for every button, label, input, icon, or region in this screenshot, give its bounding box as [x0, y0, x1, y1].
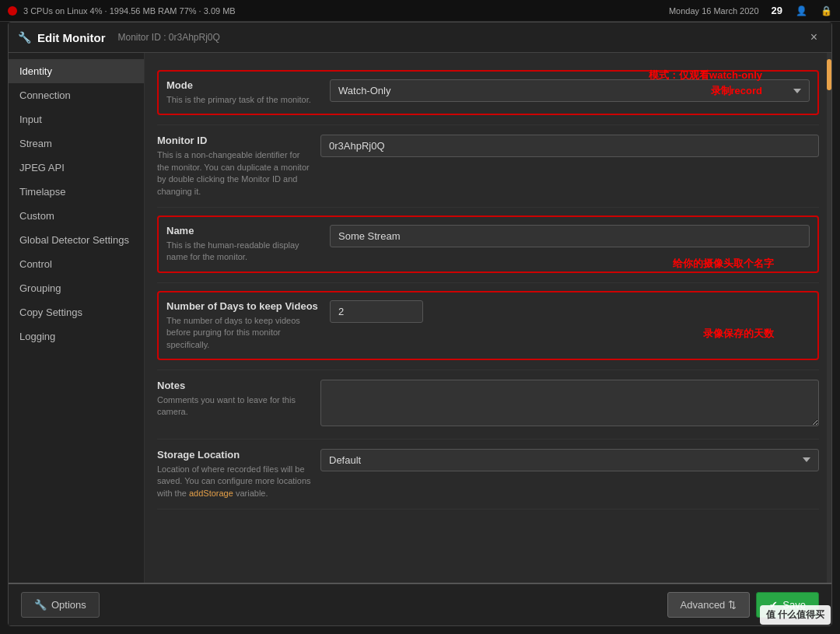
lock-icon: 🔒	[820, 5, 832, 17]
sidebar-item-global-detector[interactable]: Global Detector Settings	[9, 228, 144, 252]
name-input[interactable]	[330, 225, 810, 247]
sidebar-item-connection[interactable]: Connection	[9, 83, 144, 107]
storage-desc: Location of where recorded files will be…	[157, 464, 311, 499]
system-bar-right: Monday 16 March 2020 29 👤 🔒	[669, 5, 832, 17]
red-dot-icon	[8, 6, 17, 16]
monitor-id-input-col	[320, 135, 819, 157]
system-clock: 29	[772, 5, 782, 16]
scrollbar-thumb[interactable]	[827, 59, 831, 90]
modal-title: Edit Monitor	[37, 31, 105, 44]
mode-row: Mode This is the primary task of the mon…	[157, 62, 819, 125]
name-label-col: Name This is the human-readable display …	[166, 225, 330, 264]
days-input-col	[330, 300, 810, 323]
sidebar-item-custom[interactable]: Custom	[9, 204, 144, 228]
system-stats: 3 CPUs on Linux 4% · 1994.56 MB RAM 77% …	[23, 6, 236, 16]
name-desc: This is the human-readable display name …	[166, 240, 320, 264]
monitor-id-row: Monitor ID This is a non-changeable iden…	[157, 125, 819, 208]
storage-label: Storage Location	[157, 449, 311, 461]
modal-body: Identity Connection Input Stream JPEG AP…	[9, 53, 831, 583]
add-storage-link[interactable]: addStorage	[189, 489, 233, 498]
storage-input-col: Default	[320, 449, 819, 471]
sidebar-item-timelapse[interactable]: Timelapse	[9, 180, 144, 204]
wrench-icon: 🔧	[18, 31, 31, 44]
user-icon: 👤	[795, 5, 807, 17]
days-highlighted: Number of Days to keep Videos The number…	[157, 291, 819, 360]
monitor-id-label: Monitor ID	[157, 135, 311, 146]
modal-footer: 🔧 Options Advanced ⇅ ✔ Save	[9, 583, 831, 625]
sidebar-item-jpeg-api[interactable]: JPEG API	[9, 156, 144, 180]
notes-textarea[interactable]	[320, 380, 819, 426]
days-desc: The number of days to keep videos before…	[166, 315, 320, 351]
sidebar: Identity Connection Input Stream JPEG AP…	[9, 53, 145, 583]
storage-row: Storage Location Location of where recor…	[157, 440, 819, 510]
days-row: Number of Days to keep Videos The number…	[157, 283, 819, 370]
notes-row: Notes Comments you want to leave for thi…	[157, 370, 819, 440]
sidebar-item-stream[interactable]: Stream	[9, 131, 144, 156]
name-label: Name	[166, 225, 320, 236]
days-label: Number of Days to keep Videos	[166, 300, 320, 312]
name-highlighted: Name This is the human-readable display …	[157, 215, 819, 273]
notes-label-col: Notes Comments you want to leave for thi…	[157, 380, 320, 419]
mode-select[interactable]: Watch-Only Record Inactive	[330, 79, 810, 102]
system-date: Monday 16 March 2020	[669, 6, 759, 16]
system-bar: 3 CPUs on Linux 4% · 1994.56 MB RAM 77% …	[0, 0, 840, 22]
mode-desc: This is the primary task of the monitor.	[166, 94, 320, 106]
sidebar-item-identity[interactable]: Identity	[9, 59, 144, 83]
sidebar-item-control[interactable]: Control	[9, 252, 144, 276]
monitor-id-input[interactable]	[320, 135, 819, 157]
notes-input-col	[320, 380, 819, 429]
sidebar-item-copy-settings[interactable]: Copy Settings	[9, 300, 144, 324]
edit-monitor-modal: 🔧 Edit Monitor Monitor ID : 0r3AhpRj0Q ×…	[8, 22, 832, 626]
sidebar-item-logging[interactable]: Logging	[9, 324, 144, 349]
watermark: 值 什么值得买	[760, 605, 831, 625]
days-label-col: Number of Days to keep Videos The number…	[166, 300, 330, 351]
mode-label-col: Mode This is the primary task of the mon…	[166, 79, 330, 106]
storage-select[interactable]: Default	[320, 449, 819, 471]
modal-monitor-id: Monitor ID : 0r3AhpRj0Q	[117, 32, 219, 43]
advanced-button[interactable]: Advanced ⇅	[667, 592, 751, 618]
name-row: Name This is the human-readable display …	[157, 208, 819, 283]
name-input-col	[330, 225, 810, 247]
mode-highlighted: Mode This is the primary task of the mon…	[157, 70, 819, 115]
scrollbar-track[interactable]	[827, 53, 831, 583]
wrench-small-icon: 🔧	[34, 599, 47, 611]
monitor-id-desc: This is a non-changeable identifier for …	[157, 149, 311, 198]
options-button[interactable]: 🔧 Options	[21, 592, 100, 618]
sidebar-item-grouping[interactable]: Grouping	[9, 276, 144, 300]
notes-desc: Comments you want to leave for this came…	[157, 394, 311, 419]
sidebar-item-input[interactable]: Input	[9, 107, 144, 131]
storage-label-col: Storage Location Location of where recor…	[157, 449, 320, 499]
main-content: Mode This is the primary task of the mon…	[145, 53, 831, 583]
mode-label: Mode	[166, 79, 320, 91]
monitor-id-label-col: Monitor ID This is a non-changeable iden…	[157, 135, 320, 198]
close-button[interactable]: ×	[806, 29, 822, 46]
modal-header: 🔧 Edit Monitor Monitor ID : 0r3AhpRj0Q ×	[9, 23, 831, 53]
system-bar-left: 3 CPUs on Linux 4% · 1994.56 MB RAM 77% …	[8, 6, 236, 16]
days-input[interactable]	[330, 300, 423, 323]
mode-input-col: Watch-Only Record Inactive	[330, 79, 810, 102]
notes-label: Notes	[157, 380, 311, 391]
sort-icon: ⇅	[728, 599, 737, 611]
